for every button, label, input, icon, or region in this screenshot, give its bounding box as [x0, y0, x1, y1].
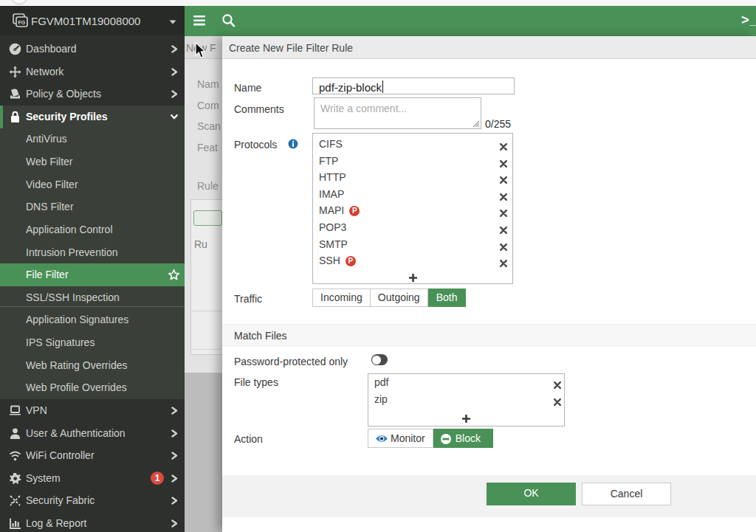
- svg-text:FG: FG: [18, 20, 26, 25]
